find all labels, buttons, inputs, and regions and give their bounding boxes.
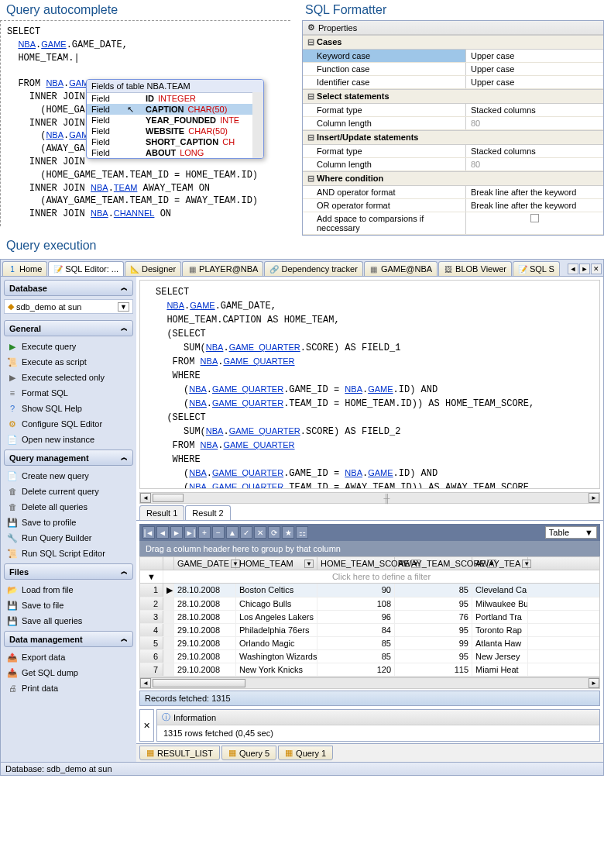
property-value[interactable]: Upper case [465,50,603,62]
cell-away-team[interactable]: Milwaukee Bu [472,598,528,610]
autocomplete-item[interactable]: FieldYEAR_FOUNDED INTE [87,115,263,126]
column-filter-icon[interactable]: ▼ [522,560,531,568]
sidebar-item-run-sql-script-editor[interactable]: 📜Run SQL Script Editor [4,546,133,561]
table-row[interactable]: 6 29.10.2008 Washington Wizards 85 95 Ne… [140,650,599,663]
tab-nav-prev[interactable]: ◄ [568,264,578,274]
column-header-home_team[interactable]: HOME_TEAM▼ [236,557,317,570]
cell-home-score[interactable]: 85 [317,650,395,663]
cell-away-team[interactable]: Portland Tra [472,611,528,623]
column-filter-icon[interactable]: ▼ [304,560,314,568]
autocomplete-item[interactable]: FieldCAPTION CHAR(50)↖ [87,104,263,115]
table-row[interactable]: 1 ▶ 28.10.2008 Boston Celtics 90 85 Clev… [140,584,599,598]
scroll-thumb[interactable] [153,494,184,502]
property-value[interactable]: 80 [465,158,603,170]
property-row[interactable]: Add space to comparsions if neccessary [303,212,603,235]
property-value[interactable]: Stacked columns [465,104,603,116]
cell-date[interactable]: 29.10.2008 [174,663,236,676]
checkbox[interactable] [530,214,539,222]
table-row[interactable]: 5 29.10.2008 Orlando Magic 85 99 Atlanta… [140,637,599,650]
tab-sql-editor-[interactable]: 📝SQL Editor: ... [48,261,124,276]
cell-home-team[interactable]: Philadelphia 76ers [236,624,317,636]
autocomplete-item[interactable]: FieldABOUT LONG [87,147,263,158]
cell-home-team[interactable]: Los Angeles Lakers [236,611,317,623]
cell-date[interactable]: 28.10.2008 [174,584,236,597]
cell-home-score[interactable]: 90 [317,584,395,597]
nav-next-button[interactable]: ► [170,526,183,539]
cell-date[interactable]: 28.10.2008 [174,611,236,623]
sidebar-item-delete-all-queries[interactable]: 🗑Delete all queries [4,499,133,515]
tab-dependency-tracker[interactable]: 🔗Dependency tracker [264,261,362,276]
cell-away-score[interactable]: 115 [395,663,472,676]
tab-home[interactable]: 1Home [2,261,47,276]
cell-home-score[interactable]: 108 [317,598,395,610]
sidebar-item-get-sql-dump[interactable]: 📥Get SQL dump [4,665,133,680]
property-value[interactable]: Break line after the keyword [465,199,603,212]
sidebar-item-save-to-file[interactable]: 💾Save to file [4,598,133,613]
property-value[interactable] [465,212,603,234]
tab-blob-viewer[interactable]: 🖼BLOB Viewer [438,261,512,276]
sidebar-item-export-data[interactable]: 📤Export data [4,649,133,665]
sidebar-item-execute-query[interactable]: ▶Execute query [4,339,133,354]
property-row[interactable]: Function caseUpper case [303,63,603,76]
database-selector[interactable]: ◆ sdb_demo at sun ▼ [4,299,133,314]
cell-home-team[interactable]: Orlando Magic [236,637,317,649]
cell-date[interactable]: 28.10.2008 [174,598,236,610]
scroll-thumb[interactable] [153,679,245,687]
sidebar-item-format-sql[interactable]: ≡Format SQL [4,385,133,401]
property-row[interactable]: Column length80 [303,158,603,171]
bottom-tab-query-5[interactable]: ▦Query 5 [221,746,276,760]
property-value[interactable]: Upper case [465,76,603,88]
sidebar-item-configure-sql-editor[interactable]: ⚙Configure SQL Editor [4,416,133,432]
sidebar-panel-header[interactable]: Files︽ [4,563,133,580]
scroll-right-button[interactable]: ► [589,678,599,688]
nav-last-button[interactable]: ►| [184,526,197,539]
cell-away-team[interactable]: Atlanta Haw [472,637,528,649]
scrollbar[interactable] [252,92,263,158]
property-row[interactable]: Keyword caseUpper case [303,50,603,63]
cell-away-score[interactable]: 85 [395,584,472,597]
add-button[interactable]: + [198,526,211,539]
rollback-button[interactable]: ✕ [254,526,266,539]
cell-home-team[interactable]: Washington Wizards [236,650,317,663]
cell-home-team[interactable]: New York Knicks [236,663,317,676]
sidebar-item-save-all-queries[interactable]: 💾Save all queries [4,613,133,629]
column-header-game_date[interactable]: GAME_DATE▼ [174,557,236,570]
edit-button[interactable]: ▲ [226,526,239,539]
cell-home-team[interactable]: Boston Celtics [236,584,317,597]
cell-away-team[interactable]: Miami Heat [472,663,528,676]
sidebar-item-run-query-builder[interactable]: 🔧Run Query Builder [4,530,133,546]
table-row[interactable]: 2 28.10.2008 Chicago Bulls 108 95 Milwau… [140,598,599,611]
scroll-left-button[interactable]: ◄ [140,678,151,688]
tab-designer[interactable]: 📐Designer [125,261,181,276]
property-row[interactable]: AND operator formatBreak line after the … [303,186,603,199]
sidebar-item-execute-as-script[interactable]: 📜Execute as script [4,354,133,370]
tab-nav-next[interactable]: ► [579,264,590,274]
cell-away-score[interactable]: 99 [395,637,472,649]
property-value[interactable]: 80 [465,117,603,129]
property-row[interactable]: OR operator formatBreak line after the k… [303,199,603,212]
bookmark-button[interactable]: ★ [282,526,294,539]
sidebar-panel-header[interactable]: Query management︽ [4,450,133,466]
cell-away-team[interactable]: Toronto Rap [472,624,528,636]
property-section-header[interactable]: Cases [303,35,603,50]
remove-button[interactable]: − [212,526,225,539]
sidebar-item-show-sql-help[interactable]: ?Show SQL Help [4,401,133,416]
property-section-header[interactable]: Insert/Update statements [303,130,603,145]
cell-away-team[interactable]: New Jersey [472,650,528,663]
bottom-tab-query-1[interactable]: ▦Query 1 [278,746,333,760]
nav-first-button[interactable]: |◄ [142,526,155,539]
cell-away-team[interactable]: Cleveland Ca [472,584,528,597]
grid-hscrollbar[interactable]: ◄ ► [139,677,600,689]
cell-date[interactable]: 29.10.2008 [174,624,236,636]
property-row[interactable]: Identifier caseUpper case [303,76,603,89]
property-row[interactable]: Column length80 [303,117,603,130]
view-selector[interactable]: Table ▼ [545,526,597,539]
result-tab-2[interactable]: Result 2 [185,505,230,520]
nav-prev-button[interactable]: ◄ [156,526,169,539]
refresh-button[interactable]: ⟳ [268,526,280,539]
autocomplete-item[interactable]: FieldSHORT_CAPTION CH [87,136,263,147]
tab-player-nba[interactable]: ▦PLAYER@NBA [182,261,263,276]
sidebar-item-save-to-profile[interactable]: 💾Save to profile [4,515,133,530]
cell-date[interactable]: 29.10.2008 [174,637,236,649]
property-section-header[interactable]: Select statements [303,89,603,104]
